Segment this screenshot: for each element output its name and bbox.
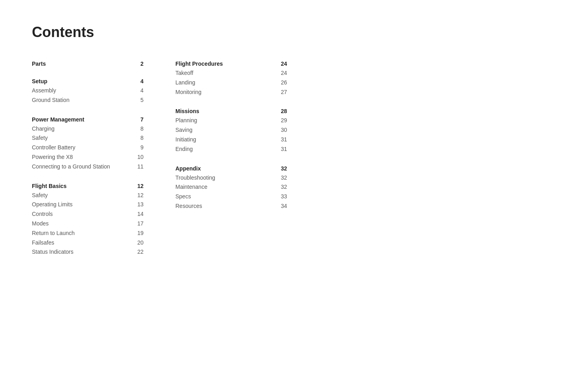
toc-section-header-0-0: Parts2 bbox=[32, 61, 144, 67]
section-header-label: Parts bbox=[32, 61, 46, 67]
toc-item-page: 13 bbox=[132, 200, 144, 210]
toc-section-header-0-3: Flight Basics12 bbox=[32, 183, 144, 189]
section-header-label: Setup bbox=[32, 78, 47, 84]
toc-item-page: 34 bbox=[275, 202, 287, 211]
toc-item-page: 32 bbox=[275, 182, 287, 192]
section-header-page: 2 bbox=[132, 61, 144, 67]
toc-item: Ground Station5 bbox=[32, 96, 144, 105]
toc-item-label: Planning bbox=[175, 116, 197, 125]
toc-item-page: 33 bbox=[275, 192, 287, 202]
section-header-label: Flight Procedures bbox=[175, 61, 223, 67]
toc-item: Connecting to a Ground Station11 bbox=[32, 162, 144, 172]
toc-item-page: 9 bbox=[132, 143, 144, 153]
toc-item-page: 5 bbox=[132, 96, 144, 105]
toc-item: Maintenance32 bbox=[175, 182, 287, 192]
toc-section-header-1-0: Flight Procedures24 bbox=[175, 61, 287, 67]
section-header-label: Missions bbox=[175, 108, 199, 114]
toc-item: Safety12 bbox=[32, 191, 144, 200]
section-header-label: Power Management bbox=[32, 116, 84, 123]
toc-item-page: 10 bbox=[132, 153, 144, 162]
toc-item-label: Controller Battery bbox=[32, 143, 75, 153]
toc-item-label: Maintenance bbox=[175, 182, 207, 192]
toc-column-1: Flight Procedures24Takeoff24Landing26Mon… bbox=[175, 61, 287, 222]
section-header-label: Flight Basics bbox=[32, 183, 67, 189]
toc-item-page: 31 bbox=[275, 135, 287, 145]
toc-item-page: 14 bbox=[132, 210, 144, 219]
toc-item-page: 32 bbox=[275, 173, 287, 183]
toc-item-page: 31 bbox=[275, 145, 287, 154]
section-header-page: 7 bbox=[132, 116, 144, 123]
toc-item-label: Ending bbox=[175, 145, 193, 154]
toc-section-header-1-1: Missions28 bbox=[175, 108, 287, 114]
section-header-page: 12 bbox=[132, 183, 144, 189]
toc-item: Failsafes20 bbox=[32, 238, 144, 248]
toc-item: Troubleshooting32 bbox=[175, 173, 287, 183]
toc-item: Modes17 bbox=[32, 219, 144, 229]
toc-item-label: Return to Launch bbox=[32, 229, 75, 238]
toc-column-0: Parts2Setup4Assembly4Ground Station5Powe… bbox=[32, 61, 144, 268]
toc-item: Operating Limits13 bbox=[32, 200, 144, 210]
toc-item-label: Modes bbox=[32, 219, 49, 229]
toc-item: Resources34 bbox=[175, 202, 287, 211]
toc-section-1-1: Missions28Planning29Saving30Initiating31… bbox=[175, 108, 287, 154]
toc-section-1-2: Appendix32Troubleshooting32Maintenance32… bbox=[175, 165, 287, 211]
page-container: Contents Parts2Setup4Assembly4Ground Sta… bbox=[0, 0, 359, 292]
section-header-page: 4 bbox=[132, 78, 144, 84]
toc-item-page: 30 bbox=[275, 125, 287, 135]
toc-container: Parts2Setup4Assembly4Ground Station5Powe… bbox=[32, 61, 327, 268]
toc-item: Status Indicators22 bbox=[32, 247, 144, 257]
toc-item-page: 26 bbox=[275, 78, 287, 88]
toc-item: Ending31 bbox=[175, 145, 287, 154]
toc-item-page: 11 bbox=[132, 162, 144, 172]
toc-item-label: Resources bbox=[175, 202, 202, 211]
toc-item-label: Controls bbox=[32, 210, 53, 219]
toc-item: Saving30 bbox=[175, 125, 287, 135]
toc-item-label: Status Indicators bbox=[32, 247, 73, 257]
toc-item-page: 29 bbox=[275, 116, 287, 125]
toc-section-header-1-2: Appendix32 bbox=[175, 165, 287, 172]
toc-item: Assembly4 bbox=[32, 86, 144, 96]
toc-item-label: Ground Station bbox=[32, 96, 69, 105]
toc-item-page: 20 bbox=[132, 238, 144, 248]
section-header-label: Appendix bbox=[175, 165, 201, 172]
toc-item: Charging8 bbox=[32, 124, 144, 134]
section-header-page: 24 bbox=[275, 61, 287, 67]
toc-item: Specs33 bbox=[175, 192, 287, 202]
toc-item-label: Monitoring bbox=[175, 88, 201, 97]
toc-item: Powering the X810 bbox=[32, 153, 144, 162]
toc-item-page: 8 bbox=[132, 124, 144, 134]
toc-item: Monitoring27 bbox=[175, 88, 287, 97]
toc-section-0-2: Power Management7Charging8Safety8Control… bbox=[32, 116, 144, 172]
toc-item-label: Safety bbox=[32, 133, 48, 143]
toc-item: Takeoff24 bbox=[175, 69, 287, 78]
toc-section-0-0: Parts2 bbox=[32, 61, 144, 67]
toc-section-header-0-1: Setup4 bbox=[32, 78, 144, 84]
toc-item-label: Safety bbox=[32, 191, 48, 200]
toc-item-label: Landing bbox=[175, 78, 195, 88]
toc-section-header-0-2: Power Management7 bbox=[32, 116, 144, 123]
toc-item-label: Takeoff bbox=[175, 69, 193, 78]
toc-item: Safety8 bbox=[32, 133, 144, 143]
toc-item-label: Connecting to a Ground Station bbox=[32, 162, 110, 172]
section-header-page: 28 bbox=[275, 108, 287, 114]
toc-item-label: Troubleshooting bbox=[175, 173, 215, 183]
toc-item-page: 24 bbox=[275, 69, 287, 78]
toc-item-label: Operating Limits bbox=[32, 200, 73, 210]
toc-item-page: 4 bbox=[132, 86, 144, 96]
toc-item: Landing26 bbox=[175, 78, 287, 88]
toc-item-page: 22 bbox=[132, 247, 144, 257]
toc-item-label: Initiating bbox=[175, 135, 196, 145]
toc-item-page: 17 bbox=[132, 219, 144, 229]
toc-item-page: 12 bbox=[132, 191, 144, 200]
toc-item-page: 19 bbox=[132, 229, 144, 238]
toc-section-0-1: Setup4Assembly4Ground Station5 bbox=[32, 78, 144, 105]
toc-item: Planning29 bbox=[175, 116, 287, 125]
toc-section-0-3: Flight Basics12Safety12Operating Limits1… bbox=[32, 183, 144, 257]
toc-item-label: Failsafes bbox=[32, 238, 54, 248]
toc-item-label: Specs bbox=[175, 192, 191, 202]
toc-item-page: 8 bbox=[132, 133, 144, 143]
toc-item-label: Charging bbox=[32, 124, 55, 134]
toc-item: Controller Battery9 bbox=[32, 143, 144, 153]
section-header-page: 32 bbox=[275, 165, 287, 172]
toc-section-1-0: Flight Procedures24Takeoff24Landing26Mon… bbox=[175, 61, 287, 97]
